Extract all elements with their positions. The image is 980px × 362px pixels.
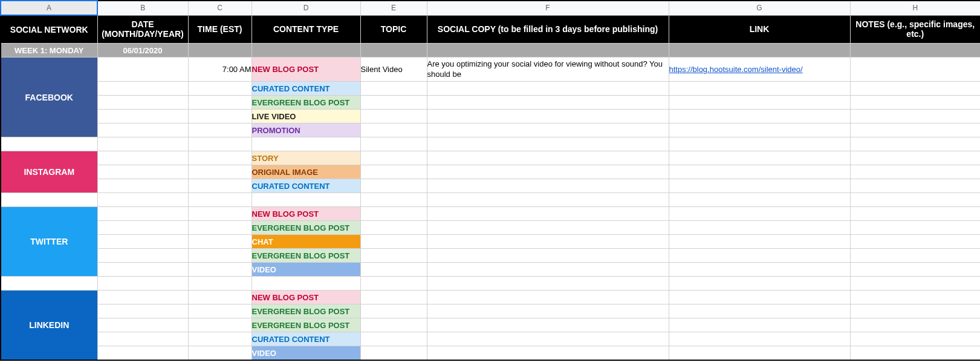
cell[interactable] bbox=[669, 263, 850, 277]
table-row[interactable]: CHAT bbox=[1, 235, 980, 249]
cell[interactable] bbox=[360, 82, 427, 96]
cell[interactable] bbox=[188, 249, 251, 263]
cell[interactable] bbox=[850, 179, 980, 193]
cell[interactable] bbox=[188, 346, 251, 361]
cell[interactable] bbox=[850, 165, 980, 179]
cell[interactable] bbox=[188, 235, 251, 249]
cell[interactable] bbox=[850, 263, 980, 277]
cell[interactable] bbox=[669, 82, 850, 96]
cell[interactable] bbox=[188, 193, 251, 207]
cell[interactable] bbox=[669, 123, 850, 137]
ctype-promo[interactable]: PROMOTION bbox=[251, 123, 360, 137]
hdr-time[interactable]: TIME (EST) bbox=[188, 15, 251, 44]
cell[interactable] bbox=[427, 151, 669, 165]
cell[interactable] bbox=[97, 137, 188, 151]
cell[interactable] bbox=[188, 318, 251, 332]
cell[interactable] bbox=[188, 110, 251, 123]
cell[interactable] bbox=[427, 207, 669, 221]
copy-cell[interactable]: Are you optimizing your social video for… bbox=[427, 58, 669, 82]
table-row[interactable]: FACEBOOK 7:00 AM NEW BLOG POST Silent Vi… bbox=[1, 58, 980, 82]
cell[interactable] bbox=[360, 179, 427, 193]
table-row[interactable]: EVERGREEN BLOG POST bbox=[1, 96, 980, 110]
cell[interactable] bbox=[669, 207, 850, 221]
cell[interactable] bbox=[850, 82, 980, 96]
table-row[interactable]: PROMOTION bbox=[1, 123, 980, 137]
cell[interactable] bbox=[1, 137, 97, 151]
table-row[interactable]: TWITTER NEW BLOG POST bbox=[1, 207, 980, 221]
cell[interactable] bbox=[360, 291, 427, 304]
ctype-newblog[interactable]: NEW BLOG POST bbox=[251, 58, 360, 82]
network-facebook[interactable]: FACEBOOK bbox=[1, 58, 97, 137]
cell[interactable] bbox=[850, 249, 980, 263]
cell[interactable] bbox=[188, 221, 251, 235]
header-row[interactable]: SOCIAL NETWORK DATE(MONTH/DAY/YEAR) TIME… bbox=[1, 15, 980, 44]
network-twitter[interactable]: TWITTER bbox=[1, 207, 97, 277]
cell[interactable] bbox=[427, 123, 669, 137]
ctype-evergreen[interactable]: EVERGREEN BLOG POST bbox=[251, 221, 360, 235]
cell[interactable] bbox=[427, 96, 669, 110]
cell[interactable] bbox=[669, 179, 850, 193]
table-row[interactable]: LIVE VIDEO bbox=[1, 110, 980, 123]
cell[interactable] bbox=[97, 221, 188, 235]
col-C[interactable]: C bbox=[188, 1, 251, 15]
cell[interactable] bbox=[850, 346, 980, 361]
table-row[interactable]: ORIGINAL IMAGE bbox=[1, 165, 980, 179]
col-E[interactable]: E bbox=[360, 1, 427, 15]
week-label[interactable]: WEEK 1: MONDAY bbox=[1, 44, 97, 58]
hdr-content-type[interactable]: CONTENT TYPE bbox=[251, 15, 360, 44]
cell[interactable] bbox=[850, 235, 980, 249]
cell[interactable] bbox=[188, 263, 251, 277]
cell[interactable] bbox=[427, 304, 669, 318]
ctype-newblog[interactable]: NEW BLOG POST bbox=[251, 291, 360, 304]
cell[interactable] bbox=[360, 96, 427, 110]
cell[interactable] bbox=[188, 277, 251, 291]
cell[interactable] bbox=[360, 249, 427, 263]
cell[interactable] bbox=[360, 221, 427, 235]
cell[interactable] bbox=[850, 96, 980, 110]
ctype-curated[interactable]: CURATED CONTENT bbox=[251, 82, 360, 96]
cell[interactable] bbox=[188, 179, 251, 193]
cell[interactable] bbox=[188, 123, 251, 137]
col-B[interactable]: B bbox=[97, 1, 188, 15]
col-H[interactable]: H bbox=[850, 1, 980, 15]
cell[interactable] bbox=[188, 332, 251, 346]
cell[interactable] bbox=[360, 44, 427, 58]
cell[interactable] bbox=[427, 249, 669, 263]
cell[interactable] bbox=[97, 179, 188, 193]
ctype-evergreen[interactable]: EVERGREEN BLOG POST bbox=[251, 304, 360, 318]
gap-row[interactable] bbox=[1, 277, 980, 291]
table-row[interactable]: CURATED CONTENT bbox=[1, 179, 980, 193]
cell[interactable] bbox=[360, 332, 427, 346]
hdr-link[interactable]: LINK bbox=[669, 15, 850, 44]
table-row[interactable]: VIDEO bbox=[1, 346, 980, 361]
cell[interactable] bbox=[850, 207, 980, 221]
cell[interactable] bbox=[188, 44, 251, 58]
col-G[interactable]: G bbox=[669, 1, 850, 15]
table-row[interactable]: INSTAGRAM STORY bbox=[1, 151, 980, 165]
hdr-topic[interactable]: TOPIC bbox=[360, 15, 427, 44]
ctype-story[interactable]: STORY bbox=[251, 151, 360, 165]
col-F[interactable]: F bbox=[427, 1, 669, 15]
cell[interactable] bbox=[427, 291, 669, 304]
cell[interactable] bbox=[427, 179, 669, 193]
hdr-notes[interactable]: NOTES (e.g., specific images, etc.) bbox=[850, 15, 980, 44]
cell[interactable] bbox=[850, 304, 980, 318]
cell[interactable] bbox=[97, 249, 188, 263]
col-D[interactable]: D bbox=[251, 1, 360, 15]
cell[interactable] bbox=[188, 304, 251, 318]
cell[interactable] bbox=[427, 277, 669, 291]
cell[interactable] bbox=[97, 235, 188, 249]
cell[interactable] bbox=[427, 137, 669, 151]
cell[interactable] bbox=[188, 291, 251, 304]
cell[interactable] bbox=[360, 110, 427, 123]
cell[interactable] bbox=[1, 193, 97, 207]
column-header-row[interactable]: A B C D E F G H bbox=[1, 1, 980, 15]
cell[interactable] bbox=[188, 207, 251, 221]
cell[interactable] bbox=[251, 137, 360, 151]
hdr-social-network[interactable]: SOCIAL NETWORK bbox=[1, 15, 97, 44]
cell[interactable] bbox=[427, 110, 669, 123]
cell[interactable] bbox=[97, 151, 188, 165]
cell[interactable] bbox=[427, 221, 669, 235]
cell[interactable] bbox=[188, 151, 251, 165]
cell[interactable] bbox=[669, 151, 850, 165]
